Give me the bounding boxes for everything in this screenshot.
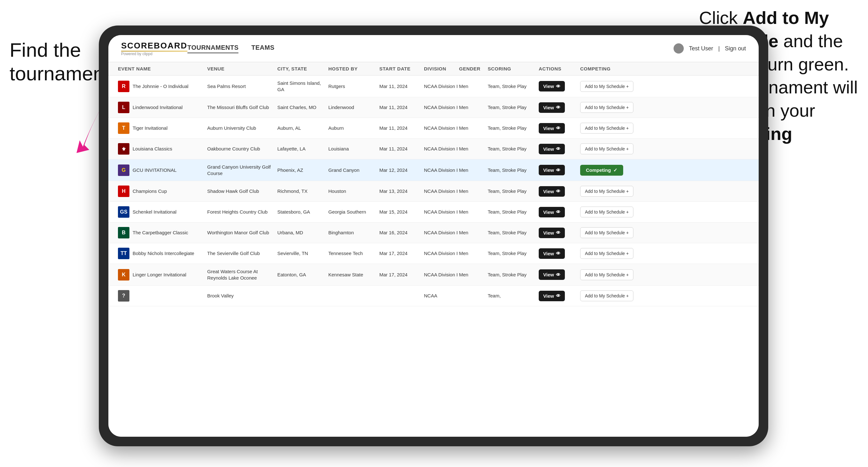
venue-cell: Worthington Manor Golf Club (207, 229, 277, 236)
city-state-cell: Statesboro, GA (277, 209, 328, 215)
start-date-cell: Mar 17, 2024 (379, 272, 424, 278)
add-to-schedule-button[interactable]: Add to My Schedule + (580, 144, 633, 154)
actions-cell: View 👁 (539, 207, 580, 217)
view-label: View (543, 293, 554, 299)
scoring-cell: Team, (488, 292, 539, 299)
team-logo: ? (118, 290, 129, 302)
event-name-cell: T Tiger Invitational (118, 122, 207, 134)
start-date-cell: Mar 11, 2024 (379, 146, 424, 152)
event-name: Champions Cup (133, 188, 167, 194)
team-logo: TT (118, 248, 129, 259)
add-schedule-label: Add to My Schedule + (585, 210, 629, 215)
table-row: H Champions Cup Shadow Hawk Golf Club Ri… (108, 181, 759, 202)
gender-cell: Men (459, 209, 488, 215)
tournaments-table: EVENT NAME VENUE CITY, STATE HOSTED BY S… (108, 62, 759, 437)
scoring-cell: Team, Stroke Play (488, 83, 539, 90)
actions-cell: View 👁 (539, 81, 580, 92)
view-button[interactable]: View 👁 (539, 186, 565, 197)
col-scoring: SCORING (488, 66, 539, 71)
view-label: View (543, 272, 554, 277)
city-state-cell: Saint Charles, MO (277, 104, 328, 111)
hosted-by-cell: Kennesaw State (328, 272, 379, 278)
view-button[interactable]: View 👁 (539, 123, 565, 133)
team-logo: B (118, 227, 129, 239)
gender-cell: Men (459, 146, 488, 152)
gender-cell: Men (459, 272, 488, 278)
view-button[interactable]: View 👁 (539, 269, 565, 280)
gender-cell: Men (459, 250, 488, 257)
event-name: GCU INVITATIONAL (133, 167, 177, 174)
user-avatar-icon (674, 43, 684, 54)
table-body: R The Johnnie - O Individual Sea Palms R… (108, 75, 759, 434)
view-button[interactable]: View 👁 (539, 81, 565, 92)
add-to-schedule-button[interactable]: Add to My Schedule + (580, 123, 633, 133)
hosted-by-cell: Tennessee Tech (328, 250, 379, 257)
add-schedule-label: Add to My Schedule + (585, 84, 629, 89)
competing-button[interactable]: Competing ✓ (580, 165, 623, 176)
actions-cell: View 👁 (539, 248, 580, 259)
gender-cell: Men (459, 188, 488, 194)
table-row: G GCU INVITATIONAL Grand Canyon Universi… (108, 159, 759, 181)
division-cell: NCAA Division I (424, 167, 459, 174)
venue-cell: The Sevierville Golf Club (207, 250, 277, 257)
add-to-schedule-button[interactable]: Add to My Schedule + (580, 186, 633, 197)
table-row: K Linger Longer Invitational Great Water… (108, 264, 759, 286)
event-name-cell: R The Johnnie - O Individual (118, 81, 207, 92)
add-schedule-label: Add to My Schedule + (585, 105, 629, 110)
hosted-by-cell: Louisiana (328, 146, 379, 152)
add-to-schedule-button[interactable]: Add to My Schedule + (580, 290, 633, 301)
table-row: ⚜ Louisiana Classics Oakbourne Country C… (108, 139, 759, 159)
division-cell: NCAA Division I (424, 83, 459, 90)
add-to-schedule-button[interactable]: Add to My Schedule + (580, 269, 633, 280)
competing-cell: Add to My Schedule + (580, 102, 650, 113)
gender-cell: Men (459, 104, 488, 111)
logo-text: SCOREBOARD (121, 41, 187, 51)
col-city-state: CITY, STATE (277, 66, 328, 71)
view-button[interactable]: View 👁 (539, 227, 565, 238)
add-schedule-label: Add to My Schedule + (585, 230, 629, 235)
view-button[interactable]: View 👁 (539, 102, 565, 113)
event-name-cell: K Linger Longer Invitational (118, 269, 207, 281)
scoring-cell: Team, Stroke Play (488, 209, 539, 215)
start-date-cell: Mar 16, 2024 (379, 229, 424, 236)
view-button[interactable]: View 👁 (539, 207, 565, 217)
start-date-cell: Mar 11, 2024 (379, 104, 424, 111)
event-name: Tiger Invitational (133, 125, 168, 131)
event-name-cell: B The Carpetbagger Classic (118, 227, 207, 239)
eye-icon: 👁 (556, 146, 560, 151)
view-button[interactable]: View 👁 (539, 248, 565, 259)
view-button[interactable]: View 👁 (539, 144, 565, 154)
header-right: Test User | Sign out (674, 43, 746, 54)
app-header: SCOREBOARD Powered by clippd TOURNAMENTS… (108, 35, 759, 62)
view-label: View (543, 105, 554, 110)
actions-cell: View 👁 (539, 102, 580, 113)
tab-tournaments[interactable]: TOURNAMENTS (187, 44, 239, 53)
add-to-schedule-button[interactable]: Add to My Schedule + (580, 227, 633, 238)
col-division: DIVISION (424, 66, 459, 71)
tablet-frame: SCOREBOARD Powered by clippd TOURNAMENTS… (99, 26, 768, 446)
city-state-cell: Lafayette, LA (277, 146, 328, 152)
view-button[interactable]: View 👁 (539, 165, 565, 175)
add-to-schedule-button[interactable]: Add to My Schedule + (580, 81, 633, 92)
start-date-cell: Mar 11, 2024 (379, 125, 424, 131)
division-cell: NCAA Division I (424, 250, 459, 257)
add-to-schedule-button[interactable]: Add to My Schedule + (580, 102, 633, 113)
event-name-cell: TT Bobby Nichols Intercollegiate (118, 248, 207, 259)
venue-cell: The Missouri Bluffs Golf Club (207, 104, 277, 111)
hosted-by-cell: Georgia Southern (328, 209, 379, 215)
city-state-cell: Sevierville, TN (277, 250, 328, 257)
team-logo: L (118, 102, 129, 113)
team-logo: H (118, 186, 129, 197)
actions-cell: View 👁 (539, 186, 580, 197)
venue-cell: Shadow Hawk Golf Club (207, 188, 277, 194)
actions-cell: View 👁 (539, 227, 580, 238)
tab-teams[interactable]: TEAMS (251, 44, 275, 53)
add-to-schedule-button[interactable]: Add to My Schedule + (580, 207, 633, 217)
division-cell: NCAA Division I (424, 104, 459, 111)
add-to-schedule-button[interactable]: Add to My Schedule + (580, 248, 633, 259)
view-button[interactable]: View 👁 (539, 291, 565, 301)
signout-link[interactable]: Sign out (725, 45, 746, 52)
city-state-cell: Urbana, MD (277, 229, 328, 236)
col-hosted-by: HOSTED BY (328, 66, 379, 71)
actions-cell: View 👁 (539, 165, 580, 175)
